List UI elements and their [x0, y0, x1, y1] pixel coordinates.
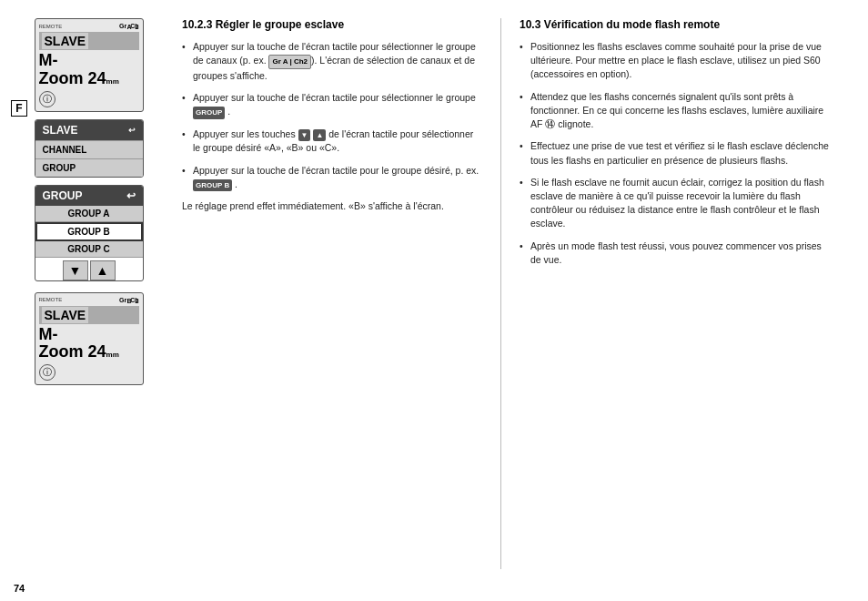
remote-label-1: REMOTE — [39, 24, 63, 29]
menu-screen-1: SLAVE ↩ CHANNEL GROUP — [35, 119, 144, 178]
device-screen-2: REMOTE Gr Ch B 2 SLAVE M- Zoom 24mm ⓘ — [35, 292, 144, 386]
menu-item-group: GROUP — [35, 159, 143, 177]
right-section-title: 10.3 Vérification du mode flash remote — [520, 18, 829, 31]
group-item-a: GROUP A — [35, 206, 143, 222]
ch-value-1: 2 — [136, 24, 139, 30]
slave-text-1: SLAVE — [42, 33, 89, 49]
badge-down: ▼ — [298, 129, 311, 142]
gr-label-1: Gr — [119, 23, 126, 29]
bullet-4-text: Appuyer sur la touche de l'écran tactile… — [193, 165, 479, 176]
info-icon-2: ⓘ — [39, 364, 56, 381]
gr-value-2: B — [127, 298, 132, 304]
page-footer: 74 — [0, 578, 868, 601]
badge-group: GROUP — [193, 107, 225, 119]
right-bullet-2: Attendez que les flashs concernés signal… — [520, 90, 829, 132]
menu-item-channel: CHANNEL — [35, 141, 143, 159]
bottom-text: Le réglage prend effet immédiatement. «B… — [182, 199, 482, 213]
badge-up: ▲ — [313, 129, 326, 142]
info-icon-1: ⓘ — [39, 91, 56, 107]
group-screen: GROUP ↩ GROUP A GROUP B GROUP C ▼ ▲ — [35, 185, 144, 281]
gr-label-2: Gr — [119, 297, 126, 303]
slave-text-2: SLAVE — [42, 307, 89, 323]
bullet-3-text-pre: Appuyer sur les touches — [193, 128, 298, 139]
menu-item-slave: SLAVE ↩ — [35, 120, 143, 141]
right-bullet-4: Si le flash esclave ne fournit aucun écl… — [520, 176, 829, 231]
badge-gr-ch: Gr A | Ch2 — [268, 55, 311, 69]
bullet-3: Appuyer sur les touches ▼ ▲ de l'écran t… — [182, 127, 482, 156]
bullet-4-text-after: . — [232, 178, 237, 189]
right-panel: 10.3 Vérification du mode flash remote P… — [506, 18, 843, 569]
group-item-b: GROUP B — [35, 222, 143, 241]
zoom-text-2: M- Zoom 24mm — [39, 326, 139, 362]
right-bullet-5: Après un mode flash test réussi, vous po… — [520, 239, 829, 267]
left-panel: F REMOTE Gr Ch A 2 SLAVE M- Zoom — [9, 18, 168, 569]
group-item-c: GROUP C — [35, 241, 143, 258]
zoom-text-1: M- Zoom 24mm — [39, 52, 139, 88]
arrow-icon-slave: ↩ — [128, 126, 136, 135]
bullet-2: Appuyer sur la touche de l'écran tactile… — [182, 91, 482, 119]
f-label: F — [11, 100, 27, 117]
remote-label-2: REMOTE — [39, 297, 63, 302]
arrow-down[interactable]: ▼ — [63, 260, 88, 280]
page-number: 74 — [14, 583, 25, 594]
middle-section-title: 10.2.3 Régler le groupe esclave — [182, 18, 482, 31]
right-bullet-list: Positionnez les flashs esclaves comme so… — [520, 40, 829, 267]
device-screen-1: REMOTE Gr Ch A 2 SLAVE M- Zoom 24mm ⓘ — [35, 18, 144, 112]
right-bullet-3: Effectuez une prise de vue test et vérif… — [520, 139, 829, 167]
middle-bullet-list: Appuyer sur la touche de l'écran tactile… — [182, 40, 482, 191]
badge-group-b: GROUP B — [193, 179, 232, 192]
nav-arrows: ▼ ▲ — [35, 260, 143, 280]
right-bullet-1: Positionnez les flashs esclaves comme so… — [520, 40, 829, 82]
gr-value-1: A — [127, 24, 132, 30]
group-header: GROUP ↩ — [35, 186, 143, 206]
right-bullet-2-text: Attendez que les flashs concernés signal… — [530, 91, 823, 129]
bullet-2-text-after: . — [225, 106, 230, 117]
arrow-up[interactable]: ▲ — [90, 260, 116, 280]
bullet-4: Appuyer sur la touche de l'écran tactile… — [182, 164, 482, 192]
bullet-1: Appuyer sur la touche de l'écran tactile… — [182, 40, 482, 83]
group-arrow-icon: ↩ — [126, 189, 136, 202]
bullet-2-text: Appuyer sur la touche de l'écran tactile… — [193, 92, 476, 103]
vertical-divider — [500, 18, 501, 569]
middle-panel: 10.2.3 Régler le groupe esclave Appuyer … — [168, 18, 496, 569]
ch-value-2: 2 — [136, 298, 139, 304]
